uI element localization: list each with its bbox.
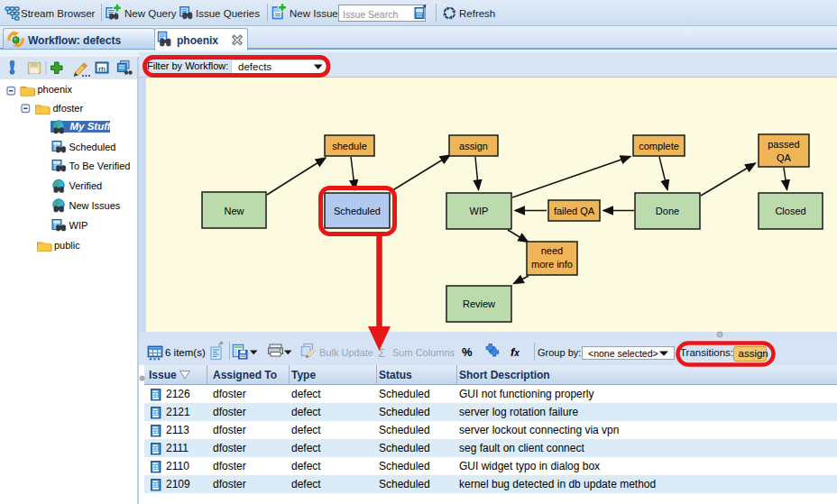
svg-text:QA: QA (777, 152, 792, 163)
svg-text:rh: rh (98, 65, 106, 73)
svg-text:assign: assign (459, 141, 488, 151)
svg-text:Done: Done (656, 206, 679, 216)
svg-text:New: New (224, 206, 244, 216)
svg-text:complete: complete (639, 141, 679, 151)
svg-text:need: need (541, 245, 563, 256)
svg-text:shedule: shedule (332, 141, 367, 151)
svg-text:failed QA: failed QA (554, 206, 595, 216)
svg-text:passed: passed (768, 139, 799, 150)
svg-text:Review: Review (463, 298, 495, 309)
svg-text:Scheduled: Scheduled (334, 206, 381, 216)
svg-text:WIP: WIP (470, 206, 489, 216)
svg-text:Closed: Closed (775, 206, 805, 216)
svg-text:more info: more info (531, 259, 573, 270)
